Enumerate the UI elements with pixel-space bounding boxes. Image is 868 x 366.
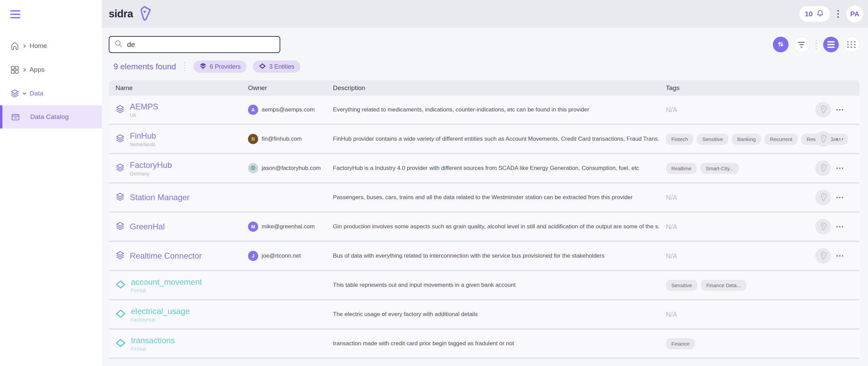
row-name-link[interactable]: Realtime Connector [130,251,202,261]
tags-na-label: N/A [666,106,677,114]
grid-view-button[interactable] [844,37,860,52]
sidebar-item-label: Data Catalog [30,113,69,121]
table-row[interactable]: FinHub Netherlands B fin@finhub.com FinH… [109,125,860,154]
view-toolbar [773,37,860,52]
filter-chip-6-providers[interactable]: 6 Providers [193,60,247,73]
content: 9 elements found 6 Providers3 Entities N… [102,28,868,359]
row-subtitle: FinHub [131,288,202,293]
catalog-icon [11,112,20,122]
owner-avatar [248,163,258,173]
row-more-button[interactable] [836,136,844,142]
owner-email: aemps@aemps.com [262,106,315,113]
open-in-sidra-button[interactable] [815,160,831,176]
open-in-sidra-button[interactable] [815,131,831,147]
row-subtitle: FactoryHub [131,317,190,323]
row-description: Everything related to medicaments, indic… [326,106,659,113]
notifications-button[interactable]: 10 [799,6,830,22]
row-subtitle: Germany [130,171,172,176]
sort-arrows-icon [777,40,785,49]
sort-button[interactable] [773,37,789,52]
sidra-pin-icon [819,105,828,115]
table-row[interactable]: GreenHal M mike@greenhal.com Gin product… [109,213,860,242]
sidebar-item-apps[interactable]: Apps [0,58,102,82]
row-name-link[interactable]: GreenHal [130,222,165,231]
filter-icon [798,42,805,48]
logo-text: sidra [109,8,133,20]
owner-avatar: M [248,222,258,232]
row-description: FinHub provider contains a wide variety … [326,136,659,142]
row-tags: Finance [659,338,812,349]
grid-view-icon [847,41,856,48]
main-area: sidra 10 [102,0,868,366]
sidra-logo: sidra [109,5,152,23]
open-in-sidra-button[interactable] [815,248,831,264]
table-row[interactable]: Station Manager Passengers, buses, cars,… [109,184,860,213]
row-more-button[interactable] [836,224,844,229]
gear-avatar-icon [250,165,256,172]
open-in-sidra-button[interactable] [815,190,831,205]
sidebar: HomeAppsDataData Catalog [0,0,102,366]
row-more-button[interactable] [836,165,844,171]
row-more-button[interactable] [836,195,844,200]
row-tags: RealtimeSmart-City... [659,163,812,174]
row-name-link[interactable]: electrical_usage [131,307,190,316]
tag-chip: Fintech [666,134,693,145]
tags-na-label: N/A [666,311,677,318]
tag-chip: Sensitive [666,280,697,291]
sidra-pin-icon [819,134,828,144]
owner-email: fin@finhub.com [262,136,302,142]
filter-chip-3-entities[interactable]: 3 Entities [253,60,300,73]
sidebar-item-label: Apps [30,66,45,73]
sidebar-nav: HomeAppsDataData Catalog [0,34,102,128]
row-name-link[interactable]: account_movement [131,277,202,287]
home-icon [10,41,19,51]
row-name-link[interactable]: AEMPS [130,102,158,111]
table-row[interactable]: transactions FinHub transaction made wit… [109,330,860,359]
owner-avatar: J [248,251,258,261]
table-row[interactable]: AEMPS UK A aemps@aemps.com Everything re… [109,96,860,125]
sidebar-item-data-catalog[interactable]: Data Catalog [0,105,102,128]
row-tags: N/A [659,223,812,231]
row-tags: N/A [659,194,812,202]
row-tags: FintechSensitiveBankingRecurrentResource… [659,134,812,145]
table-row[interactable]: account_movement FinHub This table repre… [109,271,860,300]
menu-toggle-button[interactable] [10,10,22,20]
bell-icon [816,9,825,19]
user-avatar[interactable]: PA [846,5,863,22]
toolbar-separator-dots [816,40,817,49]
tag-chip: Realtime [666,163,697,174]
topbar: sidra 10 [102,0,868,28]
row-name-link[interactable]: FactoryHub [130,160,172,170]
row-description: Gin production involves some aspects suc… [326,223,659,230]
row-description: The electric usage of every factory with… [326,311,659,318]
entity-diamond-icon [116,309,126,320]
table-row[interactable]: electrical_usage FactoryHub The electric… [109,300,860,330]
entity-diamond-icon [116,280,126,291]
table-row[interactable]: Realtime Connector J joe@rtconn.net Bus … [109,242,860,271]
results-row: 9 elements found 6 Providers3 Entities [109,60,860,73]
search-input[interactable] [127,40,275,49]
filter-button[interactable] [794,37,809,52]
open-in-sidra-button[interactable] [815,219,831,234]
list-view-button[interactable] [823,37,839,52]
row-subtitle: Netherlands [130,142,156,147]
row-name-link[interactable]: transactions [131,336,175,345]
table-row[interactable]: FactoryHub Germany jason@factoryhub.com … [109,154,860,184]
row-name-link[interactable]: FinHub [130,131,156,141]
search-row [109,36,860,53]
sidra-pin-icon [819,192,828,203]
topbar-kebab-menu[interactable] [836,9,840,19]
row-more-button[interactable] [836,107,844,112]
row-tags: N/A [659,311,812,318]
row-description: Passengers, buses, cars, trains and all … [326,194,659,201]
sidebar-item-label: Home [30,42,47,50]
results-separator-dots [184,62,185,71]
open-in-sidra-button[interactable] [815,102,831,118]
diamond-filled-icon [259,63,266,70]
sidebar-item-home[interactable]: Home [0,34,102,58]
row-more-button[interactable] [836,253,844,259]
row-subtitle: FinHub [131,346,175,352]
sidebar-item-data[interactable]: Data [0,82,102,105]
row-name-link[interactable]: Station Manager [130,193,190,202]
tag-chip: Finance Deta... [701,280,746,291]
